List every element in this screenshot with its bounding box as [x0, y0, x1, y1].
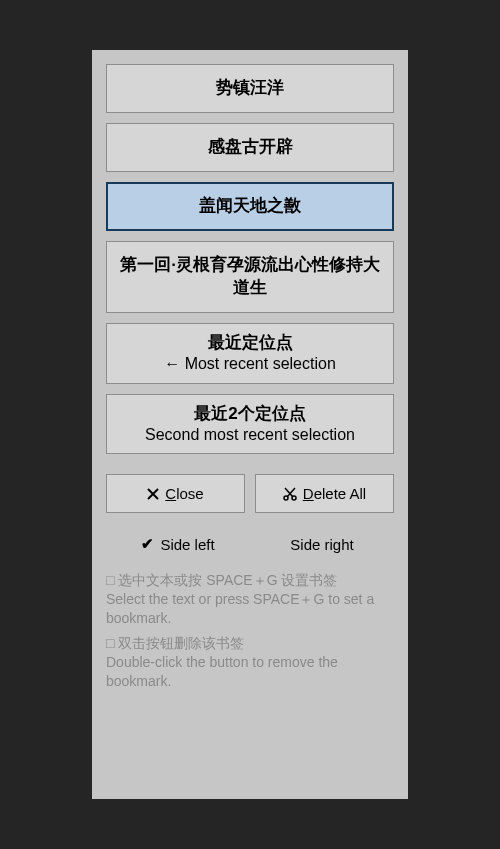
check-icon: ✔ — [141, 535, 154, 553]
scissors-icon — [283, 487, 297, 501]
hint-en: Double-click the button to remove the bo… — [106, 654, 338, 689]
close-button[interactable]: Close — [106, 474, 245, 513]
bookmark-label: 第一回·灵根育孕源流出心性修持大道生 — [120, 255, 380, 297]
hint-1: □ 选中文本或按 SPACE＋G 设置书签 Select the text or… — [106, 571, 394, 628]
button-row: Close Delete All — [106, 474, 394, 513]
delete-label: Delete All — [303, 485, 366, 502]
recent-selection-1[interactable]: 最近定位点 ← Most recent selection — [106, 323, 394, 384]
delete-all-button[interactable]: Delete All — [255, 474, 394, 513]
hint-zh: 选中文本或按 SPACE＋G 设置书签 — [118, 572, 337, 588]
bookmark-item[interactable]: 势镇汪洋 — [106, 64, 394, 113]
arrow-left-icon: ← — [164, 355, 180, 372]
bookmark-panel: 势镇汪洋 感盘古开辟 盖闻天地之敾 第一回·灵根育孕源流出心性修持大道生 最近定… — [92, 50, 408, 799]
checkbox-empty-icon: □ — [106, 635, 114, 651]
bookmark-item[interactable]: 感盘古开辟 — [106, 123, 394, 172]
checkbox-empty-icon: □ — [106, 572, 114, 588]
side-right-label: Side right — [290, 536, 353, 553]
bookmark-label: 势镇汪洋 — [216, 78, 284, 97]
close-icon — [147, 488, 159, 500]
hint-zh: 双击按钮删除该书签 — [118, 635, 244, 651]
bookmark-label: 感盘古开辟 — [208, 137, 293, 156]
hints: □ 选中文本或按 SPACE＋G 设置书签 Select the text or… — [106, 571, 394, 690]
recent-label-zh: 最近2个定位点 — [115, 403, 385, 425]
side-left-option[interactable]: ✔ Side left — [106, 535, 250, 553]
side-right-option[interactable]: Side right — [250, 535, 394, 553]
close-label: Close — [165, 485, 203, 502]
bookmark-label: 盖闻天地之敾 — [199, 196, 301, 215]
recent-label-zh: 最近定位点 — [115, 332, 385, 354]
bookmark-item-selected[interactable]: 盖闻天地之敾 — [106, 182, 394, 231]
recent-selection-2[interactable]: 最近2个定位点 Second most recent selection — [106, 394, 394, 455]
side-row: ✔ Side left Side right — [106, 535, 394, 553]
bookmark-list: 势镇汪洋 感盘古开辟 盖闻天地之敾 第一回·灵根育孕源流出心性修持大道生 最近定… — [106, 64, 394, 454]
side-left-label: Side left — [160, 536, 214, 553]
recent-label-en: ← Most recent selection — [115, 354, 385, 375]
bookmark-item[interactable]: 第一回·灵根育孕源流出心性修持大道生 — [106, 241, 394, 313]
hint-2: □ 双击按钮删除该书签 Double-click the button to r… — [106, 634, 394, 691]
recent-label-en: Second most recent selection — [115, 425, 385, 446]
hint-en: Select the text or press SPACE＋G to set … — [106, 591, 374, 626]
